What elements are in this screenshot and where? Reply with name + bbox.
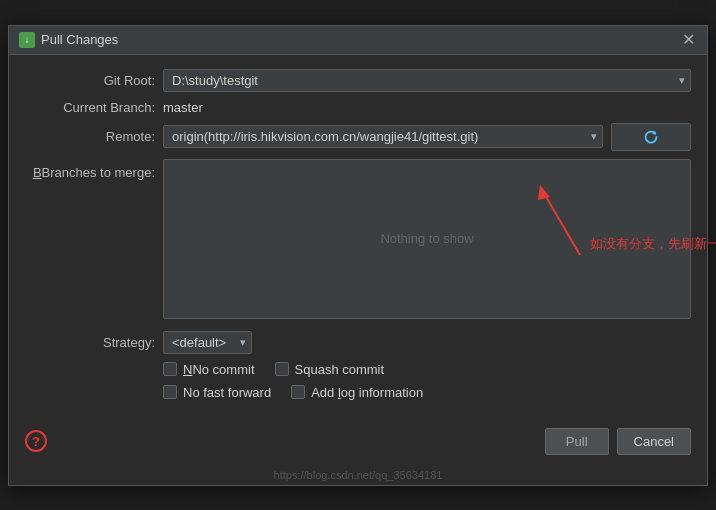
no-ff-box[interactable] — [163, 385, 177, 399]
dialog-title: Pull Changes — [41, 32, 118, 47]
strategy-select-wrapper[interactable]: <default> — [163, 331, 252, 354]
squash-commit-label: Squash commit — [295, 362, 385, 377]
current-branch-row: Current Branch: master — [25, 100, 691, 115]
annotation-text: 如没有分支，先刷新一下 — [590, 235, 716, 253]
annotation: 如没有分支，先刷新一下 — [520, 175, 680, 275]
git-root-label: Git Root: — [25, 73, 155, 88]
watermark: https://blog.csdn.net/qq_35634181 — [9, 469, 707, 485]
no-commit-label: NNo commit — [183, 362, 255, 377]
squash-commit-box[interactable] — [275, 362, 289, 376]
pull-changes-dialog: ↓ Pull Changes ✕ Git Root: D:\study\test… — [8, 25, 708, 486]
remote-select-wrapper[interactable]: origin(http://iris.hikvision.com.cn/wang… — [163, 125, 603, 148]
git-root-row: Git Root: D:\study\testgit — [25, 69, 691, 92]
pull-button[interactable]: Pull — [545, 428, 609, 455]
dialog-footer: ? Pull Cancel — [9, 418, 707, 469]
no-ff-checkbox[interactable]: No fast forward — [163, 385, 271, 400]
branches-empty-text: Nothing to show — [380, 231, 473, 246]
dialog-icon: ↓ — [19, 32, 35, 48]
squash-commit-checkbox[interactable]: Squash commit — [275, 362, 385, 377]
no-commit-checkbox[interactable]: NNo commit — [163, 362, 255, 377]
checkboxes-row2: No fast forward Add log information — [163, 385, 691, 400]
strategy-row: Strategy: <default> — [25, 331, 691, 354]
current-branch-label: Current Branch: — [25, 100, 155, 115]
help-button[interactable]: ? — [25, 430, 47, 452]
add-log-checkbox[interactable]: Add log information — [291, 385, 423, 400]
cancel-button[interactable]: Cancel — [617, 428, 691, 455]
branches-label: BBranches to merge: — [25, 159, 155, 180]
branches-row: BBranches to merge: Nothing to show 如没有分… — [25, 159, 691, 319]
git-root-select[interactable]: D:\study\testgit — [163, 69, 691, 92]
no-commit-box[interactable] — [163, 362, 177, 376]
git-root-select-wrapper[interactable]: D:\study\testgit — [163, 69, 691, 92]
add-log-label: Add log information — [311, 385, 423, 400]
dialog-content: Git Root: D:\study\testgit Current Branc… — [9, 55, 707, 414]
current-branch-value: master — [163, 100, 203, 115]
close-button[interactable]: ✕ — [680, 32, 697, 48]
remote-select[interactable]: origin(http://iris.hikvision.com.cn/wang… — [163, 125, 603, 148]
refresh-button[interactable] — [611, 123, 691, 151]
title-bar: ↓ Pull Changes ✕ — [9, 26, 707, 55]
svg-marker-1 — [538, 185, 550, 200]
branches-list[interactable]: Nothing to show 如没有分支，先刷新一下 — [163, 159, 691, 319]
annotation-arrow-svg — [520, 175, 680, 275]
checkboxes-row1: NNo commit Squash commit — [163, 362, 691, 377]
remote-label: Remote: — [25, 129, 155, 144]
strategy-select[interactable]: <default> — [163, 331, 252, 354]
refresh-icon — [642, 128, 660, 146]
remote-row: Remote: origin(http://iris.hikvision.com… — [25, 123, 691, 151]
no-ff-label: No fast forward — [183, 385, 271, 400]
add-log-box[interactable] — [291, 385, 305, 399]
svg-line-0 — [545, 195, 580, 255]
strategy-label: Strategy: — [25, 335, 155, 350]
